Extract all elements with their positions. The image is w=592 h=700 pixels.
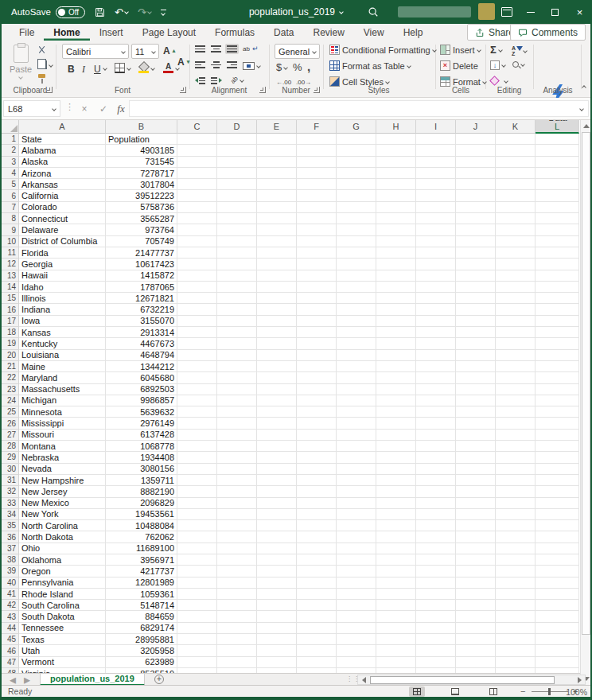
row-header-16[interactable]: 16 [2,304,19,315]
cell-A30[interactable]: Nevada [19,464,106,475]
cell-B35[interactable]: 10488084 [106,520,177,531]
cell-D35[interactable] [217,520,257,531]
cell-L28[interactable] [536,441,579,452]
cell-D24[interactable] [217,395,257,406]
cell-J38[interactable] [456,554,496,566]
cell-L35[interactable] [536,520,579,531]
cell-F39[interactable] [297,566,337,577]
cell-F23[interactable] [297,384,337,395]
cell-G20[interactable] [337,350,376,361]
cell-C10[interactable] [177,236,217,247]
cell-L9[interactable] [536,224,579,235]
cell-C13[interactable] [177,270,217,282]
cell-E42[interactable] [257,600,297,611]
cell-B31[interactable]: 1359711 [106,475,177,486]
cell-E21[interactable] [257,361,297,372]
cell-E32[interactable] [257,486,297,497]
increase-decimal-button[interactable]: ←.00 [276,79,291,86]
cell-A1[interactable]: State [19,134,106,145]
cell-C47[interactable] [177,657,217,668]
cell-J42[interactable] [456,600,496,611]
row-header-10[interactable]: 10 [2,236,19,247]
cell-G21[interactable] [337,361,376,372]
cell-B17[interactable]: 3155070 [106,316,177,327]
cell-J15[interactable] [456,293,496,304]
cell-A43[interactable]: South Dakota [19,611,106,622]
cell-F34[interactable] [297,509,337,520]
row-header-21[interactable]: 21 [2,361,19,372]
cell-D14[interactable] [217,282,257,293]
cell-D2[interactable] [217,145,257,156]
row-header-28[interactable]: 28 [2,441,19,452]
cell-I25[interactable] [416,406,456,418]
cell-J40[interactable] [456,578,496,589]
cell-B7[interactable]: 5758736 [106,202,177,213]
cell-L13[interactable] [536,270,579,282]
cell-C24[interactable] [177,395,217,406]
cell-E22[interactable] [257,372,297,383]
font-size-combobox[interactable]: 11 [131,44,159,59]
cell-H13[interactable] [376,270,416,282]
cell-L44[interactable] [536,623,579,634]
cell-H7[interactable] [376,202,416,213]
cell-G10[interactable] [337,236,376,247]
cell-L17[interactable] [536,316,579,327]
cell-A12[interactable]: Georgia [19,259,106,270]
row-header-20[interactable]: 20 [2,350,19,361]
comma-style-button[interactable]: , [307,60,310,72]
cell-F3[interactable] [297,157,337,168]
cell-B6[interactable]: 39512223 [106,190,177,201]
cell-C2[interactable] [177,145,217,156]
cell-A40[interactable]: Pennsylvania [19,578,106,589]
cell-G16[interactable] [337,304,376,315]
cell-L5[interactable] [536,179,579,190]
cell-A26[interactable]: Mississippi [19,418,106,429]
cell-J10[interactable] [456,236,496,247]
cell-F32[interactable] [297,486,337,497]
cell-H21[interactable] [376,361,416,372]
cell-C1[interactable] [177,134,217,145]
cell-J11[interactable] [456,247,496,259]
cell-C15[interactable] [177,293,217,304]
cell-F24[interactable] [297,395,337,406]
comments-button[interactable]: Comments [510,24,586,41]
cell-I37[interactable] [416,543,456,554]
row-header-40[interactable]: 40 [2,578,19,589]
formula-bar-expand-icon[interactable] [579,107,584,111]
cell-E20[interactable] [257,350,297,361]
cell-J23[interactable] [456,384,496,395]
cell-E14[interactable] [257,282,297,293]
cell-J43[interactable] [456,611,496,622]
cell-J46[interactable] [456,645,496,656]
cell-G24[interactable] [337,395,376,406]
cell-B19[interactable]: 4467673 [106,338,177,349]
find-select-button[interactable] [512,61,524,68]
cell-H15[interactable] [376,293,416,304]
cell-C22[interactable] [177,372,217,383]
cell-C38[interactable] [177,554,217,566]
cell-J13[interactable] [456,270,496,282]
cell-I43[interactable] [416,611,456,622]
cancel-button[interactable]: × [76,100,92,117]
cell-C46[interactable] [177,645,217,656]
row-header-9[interactable]: 9 [2,224,19,235]
cell-K40[interactable] [496,578,536,589]
cell-K41[interactable] [496,589,536,600]
cell-G18[interactable] [337,327,376,338]
cell-C12[interactable] [177,259,217,270]
cell-D45[interactable] [217,634,257,645]
cell-L3[interactable] [536,157,579,168]
cell-I18[interactable] [416,327,456,338]
cell-G39[interactable] [337,566,376,577]
cell-I47[interactable] [416,657,456,668]
decrease-decimal-button[interactable]: .00→ [296,79,311,86]
row-header-34[interactable]: 34 [2,509,19,520]
cell-E33[interactable] [257,498,297,509]
cell-J2[interactable] [456,145,496,156]
cell-E47[interactable] [257,657,297,668]
cell-J9[interactable] [456,224,496,235]
cell-C17[interactable] [177,316,217,327]
cell-I6[interactable] [416,190,456,201]
cell-L22[interactable] [536,372,579,383]
cell-G26[interactable] [337,418,376,429]
